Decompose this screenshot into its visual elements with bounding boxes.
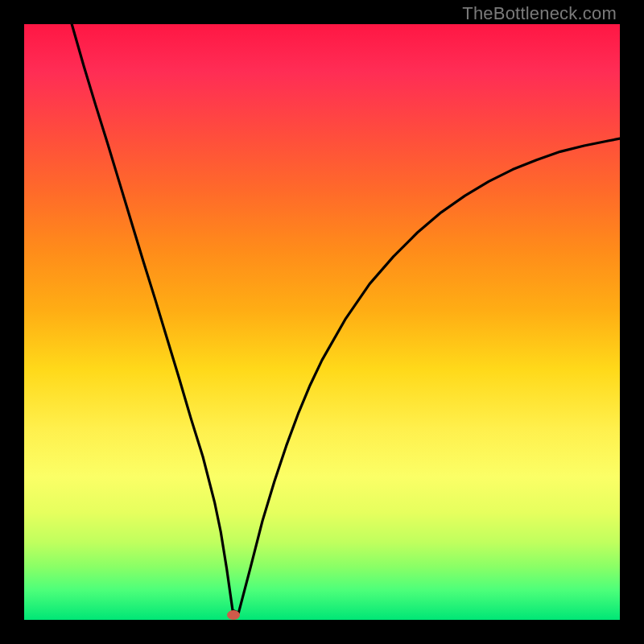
plot-area xyxy=(24,24,620,620)
bottleneck-curve xyxy=(24,24,620,620)
watermark-text: TheBottleneck.com xyxy=(462,3,617,24)
chart-frame: TheBottleneck.com xyxy=(0,0,644,644)
